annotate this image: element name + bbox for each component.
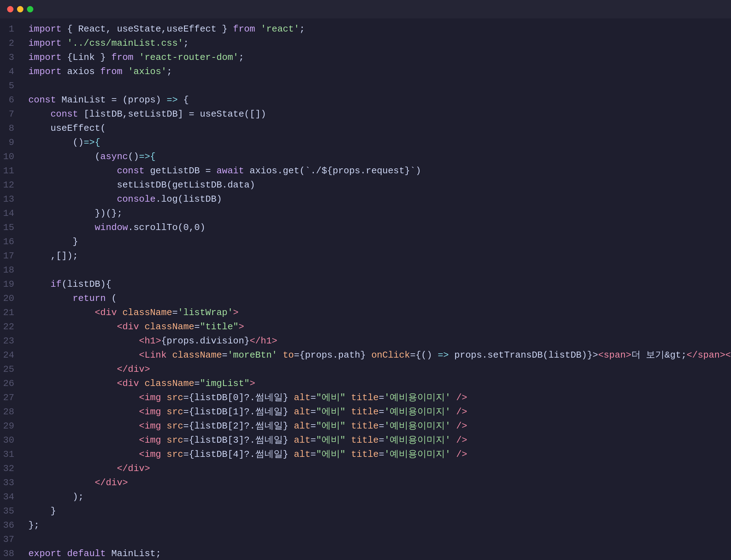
token-punct: }	[28, 506, 56, 516]
code-line: 20 return (	[0, 291, 731, 306]
code-line: 36};	[0, 518, 731, 532]
token-punct: axios	[62, 66, 100, 77]
token-jsx-tag: >	[239, 321, 244, 332]
token-punct: =	[311, 435, 316, 446]
close-dot[interactable]	[7, 6, 13, 12]
token-punct: ;	[183, 38, 189, 49]
line-content: (async()=>{	[25, 150, 731, 164]
token-punct	[28, 407, 139, 417]
line-content: </div>	[25, 476, 731, 490]
token-str: 'react'	[255, 24, 300, 34]
token-jsx-str: "에비"	[316, 392, 345, 403]
line-number: 11	[0, 164, 25, 178]
token-arrow: =>	[167, 95, 178, 105]
token-punct: ,[]);	[28, 251, 78, 261]
token-str: 'react-router-dom'	[133, 52, 238, 63]
token-punct	[28, 307, 95, 318]
token-jsx-str: '예비용이미지'	[384, 407, 451, 417]
token-punct: setListDB(getListDB.data)	[28, 180, 255, 190]
token-jsx-str: "에비"	[316, 407, 345, 417]
token-punct: `)	[410, 166, 421, 176]
token-jsx-tag: <Link	[139, 350, 167, 360]
token-kw-console: console	[117, 194, 156, 205]
token-jsx-attr: src	[161, 392, 183, 403]
code-line: 3import {Link } from 'react-router-dom';	[0, 50, 731, 65]
code-line: 13 console.log(listDB)	[0, 192, 731, 206]
line-number: 2	[0, 36, 25, 50]
token-str: '../css/mainList.css'	[62, 38, 183, 49]
token-punct	[28, 293, 73, 304]
code-line: 30 <img src={listDB[3]?.썸네일} alt="에비" ti…	[0, 433, 731, 447]
token-punct	[28, 449, 139, 460]
line-content: const [listDB,setListDB] = useState([])	[25, 107, 731, 121]
token-punct: .log(listDB)	[156, 194, 222, 205]
token-punct	[28, 463, 117, 474]
token-jsx-attr: alt	[288, 449, 310, 460]
token-jsx-tag: <img	[139, 392, 161, 403]
token-jsx-attr: title	[346, 435, 379, 446]
line-number: 38	[0, 547, 25, 560]
token-punct: (listDB){	[62, 279, 111, 290]
line-number: 28	[0, 405, 25, 419]
token-punct: ={listDB[3]?.썸네일}	[183, 435, 288, 446]
line-content	[25, 263, 731, 277]
token-punct: };	[28, 520, 39, 531]
token-punct	[28, 321, 117, 332]
token-jsx-attr: alt	[288, 392, 310, 403]
code-line: 4import axios from 'axios';	[0, 65, 731, 79]
token-kw-import: import	[28, 66, 62, 77]
token-jsx-attr: src	[161, 435, 183, 446]
token-punct: =	[194, 321, 200, 332]
line-content	[25, 79, 731, 93]
code-line: 15 window.scrollTo(0,0)	[0, 220, 731, 235]
code-line: 21 <div className='listWrap'>	[0, 306, 731, 320]
token-jsx-str: 'moreBtn'	[228, 350, 277, 360]
token-punct: =	[311, 392, 316, 403]
token-jsx-tag: />	[451, 407, 467, 417]
token-jsx-attr: src	[161, 449, 183, 460]
token-punct: axios.get(`./	[244, 166, 322, 176]
token-punct: =	[311, 449, 316, 460]
line-number: 37	[0, 532, 25, 547]
token-punct: (	[28, 151, 100, 162]
token-jsx-attr: title	[346, 392, 379, 403]
line-content: import {Link } from 'react-router-dom';	[25, 50, 731, 65]
token-jsx-attr: title	[346, 407, 379, 417]
token-punct: MainList = (props)	[56, 95, 167, 105]
line-number: 34	[0, 490, 25, 504]
token-punct: ()	[28, 137, 84, 148]
code-line: 24 <Link className='moreBtn' to={props.p…	[0, 348, 731, 362]
line-content: import { React, useState,useEffect } fro…	[25, 22, 731, 36]
title-bar	[0, 0, 731, 18]
token-kw-const: const	[117, 166, 145, 176]
token-jsx-tag: </div>	[117, 364, 150, 375]
token-punct: ={()	[410, 350, 432, 360]
token-jsx-tag: />	[451, 392, 467, 403]
token-jsx-attr: title	[346, 449, 379, 460]
token-jsx-tag: >	[626, 350, 631, 360]
token-punct: ;	[167, 66, 172, 77]
token-kw-await: await	[217, 166, 244, 176]
token-punct	[28, 421, 139, 431]
code-line: 9 ()=>{	[0, 135, 731, 150]
maximize-dot[interactable]	[27, 6, 33, 12]
minimize-dot[interactable]	[17, 6, 23, 12]
token-arrow: =>{	[84, 137, 100, 148]
code-line: 35 }	[0, 504, 731, 518]
token-punct: =	[379, 449, 384, 460]
line-number: 16	[0, 235, 25, 249]
line-content: <h1>{props.division}</h1>	[25, 334, 731, 348]
token-jsx-tag: <img	[139, 407, 161, 417]
token-punct: =	[311, 407, 316, 417]
line-content: </div>	[25, 461, 731, 476]
token-punct: props.setTransDB(listDB)}>	[449, 350, 598, 360]
token-punct: {props.division}	[161, 336, 250, 346]
line-content: <div className="imgList">	[25, 376, 731, 391]
line-number: 1	[0, 22, 25, 36]
line-number: 25	[0, 362, 25, 376]
token-kw-import: import	[28, 24, 62, 34]
token-jsx-str: "에비"	[316, 449, 345, 460]
line-number: 19	[0, 277, 25, 291]
token-punct	[28, 350, 139, 360]
line-content: <Link className='moreBtn' to={props.path…	[25, 348, 731, 362]
